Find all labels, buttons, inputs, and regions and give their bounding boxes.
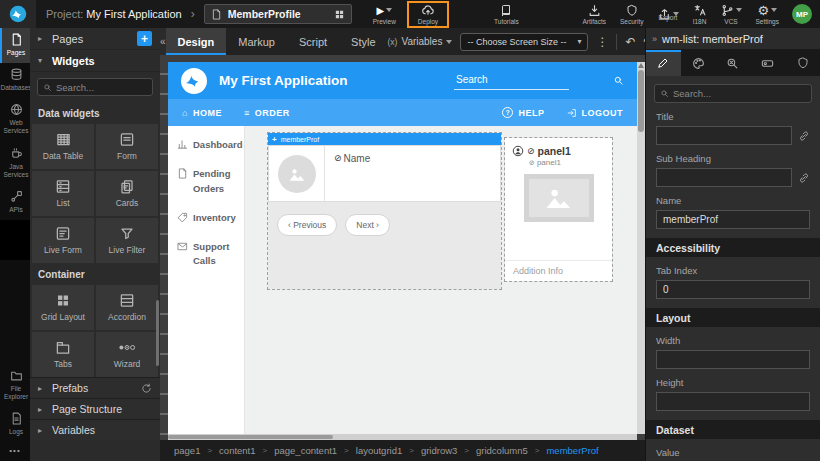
title-field[interactable] <box>656 126 792 145</box>
breadcrumb-item[interactable]: page_content1 <box>274 445 337 456</box>
tutorials-button[interactable]: Tutorials <box>487 4 526 25</box>
expand-panel-button[interactable]: » <box>652 34 657 44</box>
breadcrumb-item-active[interactable]: memberProf <box>546 445 598 456</box>
list-widget-memberprof[interactable]: + memberProf <box>268 133 501 289</box>
widget-tile-cards[interactable]: Cards <box>96 171 158 216</box>
vcs-button[interactable]: VCS <box>714 4 749 25</box>
export-button[interactable]: Export <box>651 8 686 21</box>
sidebar-item-dashboard[interactable]: Dashboard <box>177 138 235 152</box>
variables-accordion-header[interactable]: ▸ Variables <box>30 419 160 440</box>
section-layout[interactable]: Layout <box>646 308 820 327</box>
bind-link-icon[interactable] <box>798 172 810 184</box>
app-search-input[interactable]: Search <box>454 72 569 90</box>
deploy-button[interactable]: Deploy <box>411 4 445 25</box>
data-widgets-grid: Data Table Form List Cards Live Form <box>30 124 160 263</box>
tab-properties[interactable] <box>646 50 681 76</box>
breadcrumb-item[interactable]: gridrow3 <box>421 445 457 456</box>
nav-item-home[interactable]: ⌂ HOME <box>182 108 222 118</box>
activity-item-apis[interactable]: APIs <box>0 185 30 220</box>
scrollbar-thumb[interactable] <box>168 435 333 439</box>
panel-header[interactable]: ⊘ panel1 <box>505 138 612 157</box>
preview-button[interactable]: ▶ Preview <box>366 4 403 25</box>
widget-tile-live-filter[interactable]: Live Filter <box>96 218 158 263</box>
search-icon[interactable] <box>613 75 624 86</box>
sidebar-item-inventory[interactable]: Inventory <box>177 211 235 225</box>
activity-item-pages[interactable]: Pages <box>0 28 30 63</box>
properties-search-input[interactable] <box>673 88 806 99</box>
activity-item-logs[interactable]: Logs <box>0 407 30 442</box>
page-structure-accordion-header[interactable]: ▸ Page Structure <box>30 398 160 419</box>
widget-selection-name: memberProf <box>281 136 320 143</box>
prefabs-accordion-header[interactable]: ▸ Prefabs <box>30 377 160 398</box>
activity-item-web-services[interactable]: Web Services <box>0 98 30 141</box>
tabindex-field[interactable] <box>656 280 810 299</box>
properties-tabs <box>646 50 820 76</box>
widget-tile-grid-layout[interactable]: Grid Layout <box>32 285 94 330</box>
activity-item-java-services[interactable]: Java Services <box>0 142 30 185</box>
more-options-button[interactable]: ⋮ <box>596 35 608 49</box>
tab-script[interactable]: Script <box>287 28 339 55</box>
tab-events[interactable] <box>716 50 751 76</box>
scroll-up-arrow[interactable] <box>638 63 644 68</box>
breadcrumb-item[interactable]: page1 <box>174 445 200 456</box>
canvas-horizontal-scrollbar[interactable] <box>168 434 637 440</box>
refresh-icon[interactable] <box>141 383 152 394</box>
sidebar-item-support-calls[interactable]: Support Calls <box>177 240 235 269</box>
cards-icon <box>119 179 135 194</box>
widget-tile-tabs[interactable]: Tabs <box>32 332 94 377</box>
activity-item-file-explorer[interactable]: File Explorer <box>0 364 30 407</box>
widget-selection-header[interactable]: + memberProf <box>268 133 501 145</box>
add-page-button[interactable]: + <box>137 31 152 46</box>
canvas-vertical-scrollbar[interactable] <box>637 62 645 434</box>
screen-size-select[interactable]: -- Choose Screen Size -- ▾ <box>460 33 588 51</box>
tab-style[interactable]: Style <box>339 28 387 55</box>
pages-accordion-header[interactable]: ▸ Pages + <box>30 28 160 50</box>
breadcrumb-item[interactable]: layoutgrid1 <box>356 445 402 456</box>
panel-image-placeholder[interactable] <box>524 174 594 222</box>
panel-widget-panel1[interactable]: ⊘ panel1 ⊘ panel1 Addition <box>505 138 612 281</box>
previous-page-button[interactable]: ‹ Previous <box>277 214 337 236</box>
section-accessibility[interactable]: Accessibility <box>646 238 820 257</box>
widget-search-input[interactable] <box>56 82 147 93</box>
tab-security[interactable] <box>785 50 820 76</box>
breadcrumb-item[interactable]: gridcolumn5 <box>476 445 528 456</box>
widget-tile-live-form[interactable]: Live Form <box>32 218 94 263</box>
tab-markup[interactable]: Markup <box>226 28 287 55</box>
nav-item-logout[interactable]: LOGOUT <box>567 108 624 118</box>
list-item-template[interactable]: ⊘ Name <box>268 145 501 202</box>
breadcrumb-item[interactable]: content1 <box>219 445 255 456</box>
undo-button[interactable]: ↶ <box>625 35 635 49</box>
activity-overflow-button[interactable]: ••• <box>0 442 30 461</box>
widget-tile-accordion[interactable]: Accordion <box>96 285 158 330</box>
page-selector[interactable]: MemberProfile <box>204 4 352 24</box>
section-dataset[interactable]: Dataset <box>646 420 820 439</box>
security-button[interactable]: Security <box>613 4 650 25</box>
list-item-name-field[interactable]: ⊘ Name <box>325 146 379 201</box>
settings-button[interactable]: ⚙ Settings <box>749 4 787 25</box>
nav-item-help[interactable]: ? HELP <box>502 107 544 118</box>
i18n-button[interactable]: I18N <box>686 4 714 25</box>
widgets-accordion-header[interactable]: ▾ Widgets <box>30 50 160 72</box>
widget-tile-form[interactable]: Form <box>96 124 158 169</box>
height-field[interactable] <box>656 392 810 411</box>
tab-design[interactable]: Design <box>166 28 227 55</box>
widget-tile-list[interactable]: List <box>32 171 94 216</box>
bind-link-icon[interactable] <box>798 130 810 142</box>
sidebar-item-pending-orders[interactable]: Pending Orders <box>177 167 235 196</box>
wavemaker-logo[interactable] <box>0 0 36 28</box>
widget-tile-data-table[interactable]: Data Table <box>32 124 94 169</box>
user-avatar[interactable]: MP <box>792 4 812 24</box>
nav-item-order[interactable]: ≡ ORDER <box>244 108 290 118</box>
width-field[interactable] <box>656 350 810 369</box>
next-page-button[interactable]: Next › <box>345 214 390 236</box>
scrollbar-thumb[interactable] <box>638 70 644 132</box>
artifacts-button[interactable]: Artifacts <box>576 4 613 25</box>
subheading-field[interactable] <box>656 168 792 187</box>
variables-menu-button[interactable]: (x) Variables <box>388 36 453 47</box>
widget-tile-wizard[interactable]: Wizard <box>96 332 158 377</box>
tab-devices[interactable] <box>750 50 785 76</box>
activity-item-databases[interactable]: Databases <box>0 63 30 98</box>
tab-styles[interactable] <box>681 50 716 76</box>
name-field[interactable] <box>656 210 810 229</box>
left-panel-scrollbar[interactable] <box>156 300 159 366</box>
